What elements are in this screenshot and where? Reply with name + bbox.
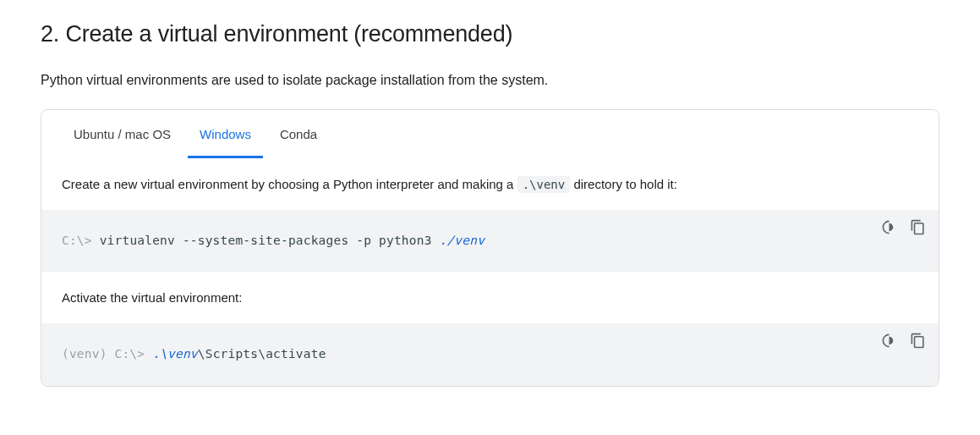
tab-content: Create a new virtual environment by choo…: [41, 158, 939, 386]
tab-conda[interactable]: Conda: [268, 110, 329, 159]
instruction-1-before: Create a new virtual environment by choo…: [62, 177, 517, 191]
code1-prompt: C:\>: [62, 234, 100, 247]
code2-arg: .\venv: [152, 347, 198, 361]
code1-arg: ./venv: [440, 234, 485, 247]
inline-code-venv-dir: .\venv: [517, 176, 571, 193]
intro-text: Python virtual environments are used to …: [41, 70, 939, 91]
copy-icon[interactable]: [908, 332, 927, 350]
instruction-1-after: directory to hold it:: [573, 177, 677, 191]
tab-bar: Ubuntu / mac OS Windows Conda: [41, 110, 939, 159]
section-heading: 2. Create a virtual environment (recomme…: [41, 17, 939, 52]
code-block-2: (venv) C:\> .\venv\Scripts\activate: [41, 323, 939, 386]
tab-ubuntu-mac[interactable]: Ubuntu / mac OS: [62, 110, 183, 159]
tab-windows[interactable]: Windows: [188, 110, 263, 159]
instruction-2: Activate the virtual environment:: [41, 272, 939, 323]
toggle-theme-icon[interactable]: [879, 332, 898, 350]
instruction-1: Create a new virtual environment by choo…: [41, 158, 939, 210]
code-block-1: C:\> virtualenv --system-site-packages -…: [41, 210, 939, 273]
code-card: Ubuntu / mac OS Windows Conda Create a n…: [41, 109, 939, 387]
code2-tail: \Scripts\activate: [198, 347, 326, 361]
copy-icon[interactable]: [908, 218, 927, 237]
code1-command: virtualenv --system-site-packages -p pyt…: [100, 234, 440, 247]
toggle-theme-icon[interactable]: [879, 218, 898, 237]
code2-prompt: (venv) C:\>: [62, 347, 152, 361]
